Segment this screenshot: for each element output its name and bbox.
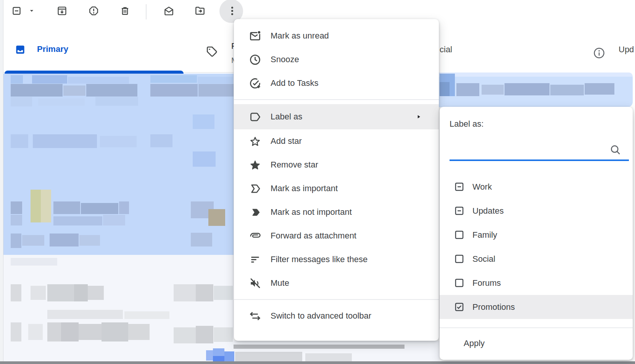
redacted-content-block <box>150 84 198 97</box>
redacted-content-block <box>11 134 28 148</box>
select-dropdown-button[interactable] <box>27 5 36 18</box>
label-option-text: Work <box>472 182 492 192</box>
menu-item-switch-to-advanced-toolbar[interactable]: Switch to advanced toolbar <box>234 304 439 328</box>
window-left-edge <box>0 0 3 361</box>
email-list-region[interactable] <box>3 255 234 361</box>
apply-label: Apply <box>464 338 485 348</box>
delete-button[interactable] <box>119 5 131 18</box>
label-option-text: Promotions <box>472 302 515 312</box>
redacted-content-block <box>47 284 74 301</box>
redacted-content-block <box>79 324 102 340</box>
info-icon <box>593 54 606 61</box>
redacted-content-block <box>28 324 43 340</box>
redacted-content-block <box>11 234 21 248</box>
info-button[interactable] <box>593 47 606 60</box>
menu-item-add-star[interactable]: Add star <box>234 129 439 153</box>
redacted-content-block <box>193 151 216 167</box>
menu-item-remove-star[interactable]: Remove star <box>234 153 439 177</box>
redacted-content-block <box>193 114 214 129</box>
redacted-content-block <box>53 216 102 225</box>
menu-item-mark-as-unread[interactable]: Mark as unread <box>234 24 439 48</box>
redacted-content-block <box>585 83 614 95</box>
redacted-content-block <box>196 326 213 343</box>
checkbox-indeterminate-icon[interactable] <box>454 182 464 192</box>
menu-item-label: Mark as important <box>271 184 338 193</box>
label-option-forums[interactable]: Forums <box>440 271 633 295</box>
redacted-content-block <box>191 233 212 246</box>
report-spam-button[interactable] <box>87 5 100 18</box>
label-option-updates[interactable]: Updates <box>440 199 633 223</box>
redacted-content-block <box>174 327 196 343</box>
filter-icon <box>248 253 261 266</box>
redacted-content-block <box>150 75 197 83</box>
redacted-content-block <box>208 209 225 226</box>
menu-item-label: Remove star <box>271 160 318 170</box>
archive-icon <box>56 5 68 18</box>
redacted-content-block <box>31 286 46 300</box>
mark-as-read-button[interactable] <box>163 5 175 18</box>
menu-item-add-to-tasks[interactable]: Add to Tasks <box>234 71 439 95</box>
menu-item-snooze[interactable]: Snooze <box>234 48 439 71</box>
redacted-content-block <box>79 235 100 246</box>
redacted-content-block <box>550 85 584 95</box>
redacted-content-block <box>33 134 97 148</box>
more-vert-icon <box>227 5 238 18</box>
menu-divider <box>234 95 439 104</box>
label-option-family[interactable]: Family <box>440 223 633 247</box>
redacted-content-block <box>50 234 79 246</box>
redacted-content-block <box>61 322 79 341</box>
star-outline-icon <box>248 135 261 148</box>
label-tag-icon <box>248 110 261 123</box>
archive-button[interactable] <box>56 5 68 18</box>
redacted-content-block <box>100 136 137 147</box>
menu-item-forward-as-attachment[interactable]: Forward as attachment <box>234 224 439 248</box>
promotions-tag-icon[interactable] <box>206 45 218 58</box>
redacted-content-block <box>119 201 129 214</box>
menu-item-label: Filter messages like these <box>271 254 367 264</box>
move-to-button[interactable] <box>194 5 206 18</box>
more-options-button[interactable] <box>226 5 238 18</box>
label-search-field <box>450 142 629 161</box>
redacted-content-block <box>198 77 233 84</box>
checkbox-unchecked-icon[interactable] <box>454 254 464 264</box>
label-option-text: Updates <box>472 206 504 216</box>
apply-button[interactable]: Apply <box>440 329 633 358</box>
label-option-text: Social <box>472 254 495 264</box>
redacted-content-block <box>38 98 85 106</box>
message-context-menu: Mark as unreadSnoozeAdd to TasksLabel as… <box>234 19 439 341</box>
label-option-promotions[interactable]: Promotions <box>440 295 633 319</box>
toolbar-divider <box>146 4 147 19</box>
redacted-content-block <box>196 284 213 301</box>
menu-item-mark-as-important[interactable]: Mark as important <box>234 177 439 200</box>
tab-social-partial[interactable]: cial <box>440 45 452 55</box>
checkbox-unchecked-icon[interactable] <box>454 230 464 240</box>
checkbox-unchecked-icon[interactable] <box>454 278 464 288</box>
label-options-list: WorkUpdatesFamilySocialForumsPromotions <box>440 175 633 319</box>
select-all-checkbox[interactable] <box>10 5 23 18</box>
checkbox-indeterminate-icon[interactable] <box>454 206 464 216</box>
important-filled-icon <box>248 206 261 219</box>
redacted-content-block <box>95 97 138 106</box>
menu-item-label-as[interactable]: Label as <box>234 104 439 129</box>
menu-item-mute[interactable]: Mute <box>234 271 439 295</box>
submenu-arrow-icon <box>415 113 422 120</box>
label-option-social[interactable]: Social <box>440 247 633 271</box>
menu-item-label: Forward as attachment <box>271 231 356 241</box>
redacted-content-block <box>47 310 123 319</box>
redacted-content-block <box>41 190 51 222</box>
redacted-content-block <box>53 201 80 214</box>
redacted-content-block <box>11 75 23 84</box>
label-as-popup: Label as: WorkUpdatesFamilySocialForumsP… <box>440 107 633 360</box>
window-bottom-edge <box>0 361 635 364</box>
label-search-input[interactable] <box>450 142 611 158</box>
menu-item-mark-as-not-important[interactable]: Mark as not important <box>234 200 439 224</box>
switch-arrows-icon <box>248 309 261 322</box>
redacted-content-block <box>11 215 22 225</box>
menu-item-filter-messages-like-these[interactable]: Filter messages like these <box>234 248 439 271</box>
redacted-content-block <box>63 85 85 96</box>
label-option-work[interactable]: Work <box>440 175 633 199</box>
menu-item-label: Switch to advanced toolbar <box>271 311 371 321</box>
redacted-content-block <box>214 286 233 300</box>
checkbox-checked-icon[interactable] <box>454 302 464 312</box>
tab-primary[interactable]: Primary <box>37 44 68 54</box>
